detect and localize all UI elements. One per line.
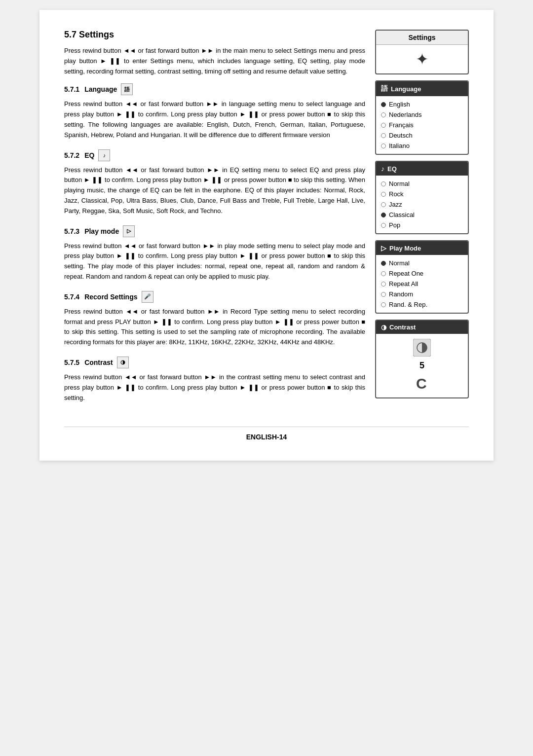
subsection-573-number: 5.7.3 <box>64 227 79 235</box>
radio-empty-pop <box>381 223 386 228</box>
subsection-571-body: Press rewind button ◄◄ or fast forward b… <box>64 99 365 140</box>
subsection-575-header: 5.7.5 Contrast ◑ <box>64 357 365 368</box>
settings-panel-header: Settings <box>376 31 468 45</box>
subsection-572-number: 5.7.2 <box>64 151 79 159</box>
radio-empty-random <box>381 292 386 297</box>
subsection-571-title: Language <box>84 85 117 93</box>
settings-panel: Settings ✦ <box>375 30 469 74</box>
footer-text: ENGLISH-14 <box>246 433 287 441</box>
radio-filled-classical <box>381 213 386 217</box>
subsection-575-title: Contrast <box>84 359 113 366</box>
contrast-panel-header: ◑ Contrast <box>376 321 468 334</box>
subsection-571-header: 5.7.1 Language 語 <box>64 83 365 95</box>
star-icon: ✦ <box>416 50 429 69</box>
language-panel-icon: 語 <box>381 84 388 93</box>
subsection-574: 5.7.4 Record Settings 🎤 Press rewind but… <box>64 291 365 348</box>
contrast-icon-header: ◑ <box>117 357 129 368</box>
playmode-panel: ▷ Play Mode Normal Repeat One Repeat All <box>375 240 469 314</box>
playmode-item-randrep: Rand. & Rep. <box>389 301 427 308</box>
list-item: Rock <box>381 189 463 199</box>
contrast-c-symbol: C <box>413 375 431 393</box>
footer: ENGLISH-14 <box>64 427 469 441</box>
left-column: 5.7 Settings Press rewind button ◄◄ or f… <box>64 30 365 412</box>
subsection-575-body: Press rewind button ◄◄ or fast forward b… <box>64 372 365 403</box>
radio-filled-english <box>381 102 386 107</box>
radio-empty-francais <box>381 123 386 128</box>
subsection-572-header: 5.7.2 EQ ♪ <box>64 149 365 161</box>
list-item: Rand. & Rep. <box>381 299 463 310</box>
list-item: Nederlands <box>381 109 463 120</box>
subsection-573-title: Play mode <box>84 227 119 235</box>
eq-item-normal: Normal <box>389 180 410 187</box>
contrast-value: 5 <box>419 360 424 371</box>
subsection-573: 5.7.3 Play mode ▷ Press rewind button ◄◄… <box>64 225 365 282</box>
subsection-574-title: Record Settings <box>84 293 137 301</box>
language-item-deutsch: Deutsch <box>389 132 413 139</box>
playmode-item-repeatone: Repeat One <box>389 270 423 277</box>
record-icon: 🎤 <box>142 291 153 303</box>
subsection-574-number: 5.7.4 <box>64 293 79 301</box>
radio-empty-deutsch <box>381 133 386 138</box>
subsection-571: 5.7.1 Language 語 Press rewind button ◄◄ … <box>64 83 365 140</box>
eq-item-jazz: Jazz <box>389 201 402 208</box>
section-heading: Settings <box>79 30 114 39</box>
subsection-571-number: 5.7.1 <box>64 85 79 93</box>
list-item: Repeat All <box>381 279 463 289</box>
eq-panel: ♪ EQ Normal Rock Jazz <box>375 161 469 234</box>
language-item-nederlands: Nederlands <box>389 111 422 118</box>
playmode-panel-header: ▷ Play Mode <box>376 241 468 255</box>
list-item: Normal <box>381 258 463 268</box>
eq-panel-icon: ♪ <box>381 165 384 173</box>
list-item: English <box>381 99 463 109</box>
radio-filled-playnormal <box>381 261 386 266</box>
eq-panel-title: EQ <box>387 165 397 173</box>
settings-panel-title: Settings <box>408 34 435 41</box>
list-item: Jazz <box>381 199 463 210</box>
contrast-icon: ◑ <box>381 324 386 331</box>
right-column: Settings ✦ 語 Language English <box>375 30 469 412</box>
radio-empty-italiano <box>381 144 386 148</box>
radio-empty-repeatall <box>381 282 386 287</box>
playmode-panel-title: Play Mode <box>389 245 421 252</box>
subsection-574-header: 5.7.4 Record Settings 🎤 <box>64 291 365 303</box>
settings-panel-body: ✦ <box>376 45 468 73</box>
section-intro: Press rewind button ◄◄ or fast forward b… <box>64 46 365 76</box>
playmode-panel-icon: ▷ <box>381 244 386 252</box>
language-item-francais: Français <box>389 121 414 129</box>
list-item: Pop <box>381 220 463 230</box>
contrast-image-icon <box>413 339 431 357</box>
radio-empty-rock <box>381 192 386 197</box>
radio-empty-randrep <box>381 302 386 307</box>
language-panel-body: English Nederlands Français Deutsch <box>376 96 468 154</box>
language-item-english: English <box>389 101 410 108</box>
language-panel-header: 語 Language <box>376 81 468 96</box>
list-item: Classical <box>381 210 463 220</box>
playmode-item-normal: Normal <box>389 259 410 267</box>
list-item: Deutsch <box>381 130 463 141</box>
subsection-572: 5.7.2 EQ ♪ Press rewind button ◄◄ or fas… <box>64 149 365 216</box>
list-item: Random <box>381 289 463 299</box>
playmode-item-repeatall: Repeat All <box>389 280 418 288</box>
subsection-574-body: Press rewind button ◄◄ or fast forward b… <box>64 307 365 348</box>
eq-panel-body: Normal Rock Jazz Classical <box>376 176 468 233</box>
language-item-italiano: Italiano <box>389 142 410 149</box>
contrast-panel: ◑ Contrast 5 C <box>375 320 469 398</box>
radio-empty-nederlands <box>381 112 386 117</box>
subsection-572-title: EQ <box>84 151 94 159</box>
eq-panel-header: ♪ EQ <box>376 162 468 176</box>
radio-empty-normal <box>381 181 386 186</box>
list-item: Français <box>381 120 463 130</box>
playmode-icon: ▷ <box>123 225 135 237</box>
eq-item-rock: Rock <box>389 190 404 198</box>
subsection-575: 5.7.5 Contrast ◑ Press rewind button ◄◄ … <box>64 357 365 403</box>
contrast-panel-body: 5 C <box>376 334 468 397</box>
eq-item-pop: Pop <box>389 221 400 229</box>
list-item: Repeat One <box>381 268 463 279</box>
subsection-573-body: Press rewind button ◄◄ or fast forward b… <box>64 241 365 282</box>
language-icon: 語 <box>121 83 133 95</box>
eq-item-classical: Classical <box>389 211 415 218</box>
playmode-panel-body: Normal Repeat One Repeat All Random <box>376 255 468 313</box>
list-item: Italiano <box>381 141 463 151</box>
section-title: 5.7 Settings <box>64 30 365 40</box>
subsection-575-number: 5.7.5 <box>64 359 79 366</box>
